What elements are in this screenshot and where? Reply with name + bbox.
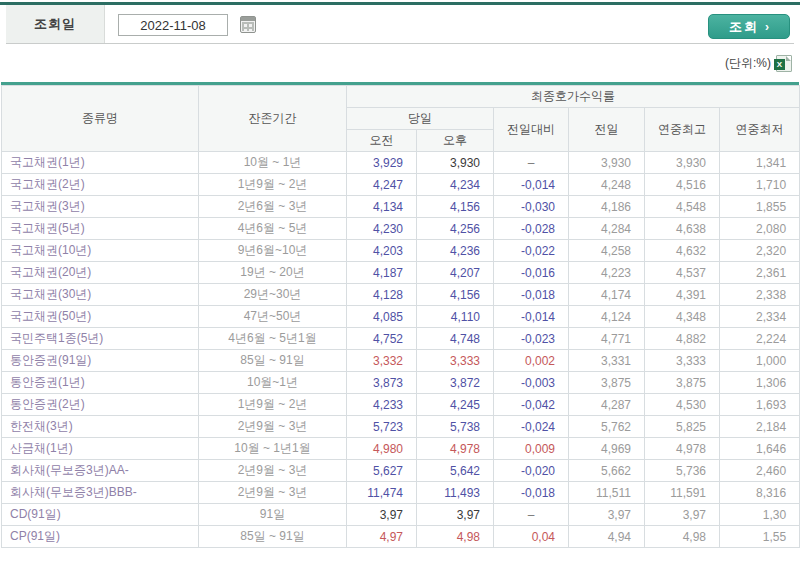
year-high-cell: 4,638 xyxy=(645,218,720,240)
prev-day-cell: 4,174 xyxy=(569,284,645,306)
header-bond-type: 종류명 xyxy=(2,86,199,152)
table-row: 산금채(1년)10월 ~ 1년1월4,9804,9780,0094,9694,9… xyxy=(2,438,800,460)
year-high-cell: 3,930 xyxy=(645,152,720,174)
excel-export-icon[interactable] xyxy=(776,55,792,72)
change-cell: -0,028 xyxy=(494,218,569,240)
yield-table-header: 종류명 잔존기간 최종호가수익률 당일 전일대비 전일 연중최고 연중최저 오전… xyxy=(2,86,800,152)
change-cell: -0,020 xyxy=(494,460,569,482)
header-year-low: 연중최저 xyxy=(720,108,800,152)
prev-day-cell: 4,223 xyxy=(569,262,645,284)
prev-day-cell: 4,284 xyxy=(569,218,645,240)
pm-yield-cell: 5,642 xyxy=(417,460,494,482)
am-yield-cell: 4,203 xyxy=(347,240,417,262)
year-low-cell: 2,460 xyxy=(720,460,800,482)
pm-yield-cell: 4,236 xyxy=(417,240,494,262)
prev-day-cell: 4,124 xyxy=(569,306,645,328)
table-row: 국민주택1종(5년)4년6월 ~ 5년1월4,7524,748-0,0234,7… xyxy=(2,328,800,350)
pm-yield-cell: 4,234 xyxy=(417,174,494,196)
period-cell: 2년9월 ~ 3년 xyxy=(199,460,347,482)
table-row: 국고채권(1년)10월 ~ 1년3,9293,930–3,9303,9301,3… xyxy=(2,152,800,174)
pm-yield-cell: 4,98 xyxy=(417,526,494,548)
bond-name-cell: 국고채권(30년) xyxy=(2,284,199,306)
am-yield-cell: 4,085 xyxy=(347,306,417,328)
am-yield-cell: 4,187 xyxy=(347,262,417,284)
am-yield-cell: 4,752 xyxy=(347,328,417,350)
period-cell: 10월 ~ 1년 xyxy=(199,152,347,174)
table-row: 통안증권(91일)85일 ~ 91일3,3323,3330,0023,3313,… xyxy=(2,350,800,372)
header-remaining-period: 잔존기간 xyxy=(199,86,347,152)
bond-name-cell: 국고채권(50년) xyxy=(2,306,199,328)
year-high-cell: 5,736 xyxy=(645,460,720,482)
pm-yield-cell: 4,978 xyxy=(417,438,494,460)
pm-yield-cell: 4,156 xyxy=(417,196,494,218)
search-condition-bar: 조회일 조회 › xyxy=(6,5,794,44)
bond-name-cell: 통안증권(1년) xyxy=(2,372,199,394)
date-input[interactable] xyxy=(118,14,228,36)
pm-yield-cell: 4,156 xyxy=(417,284,494,306)
am-yield-cell: 4,128 xyxy=(347,284,417,306)
am-yield-cell: 5,723 xyxy=(347,416,417,438)
pm-yield-cell: 11,493 xyxy=(417,482,494,504)
year-high-cell: 5,825 xyxy=(645,416,720,438)
prev-day-cell: 4,771 xyxy=(569,328,645,350)
year-low-cell: 2,334 xyxy=(720,306,800,328)
am-yield-cell: 4,230 xyxy=(347,218,417,240)
pm-yield-cell: 3,97 xyxy=(417,504,494,526)
period-cell: 4년6월 ~ 5년 xyxy=(199,218,347,240)
header-prev-day: 전일 xyxy=(569,108,645,152)
change-cell: – xyxy=(494,504,569,526)
calendar-icon[interactable] xyxy=(240,16,256,33)
pm-yield-cell: 4,110 xyxy=(417,306,494,328)
year-low-cell: 1,000 xyxy=(720,350,800,372)
am-yield-cell: 5,627 xyxy=(347,460,417,482)
period-cell: 10월~1년 xyxy=(199,372,347,394)
year-low-cell: 2,224 xyxy=(720,328,800,350)
year-high-cell: 4,978 xyxy=(645,438,720,460)
year-low-cell: 1,693 xyxy=(720,394,800,416)
prev-day-cell: 3,97 xyxy=(569,504,645,526)
search-button-label: 조회 xyxy=(729,18,759,36)
period-cell: 1년9월 ~ 2년 xyxy=(199,174,347,196)
prev-day-cell: 5,662 xyxy=(569,460,645,482)
pm-yield-cell: 3,872 xyxy=(417,372,494,394)
change-cell: -0,022 xyxy=(494,240,569,262)
pm-yield-cell: 5,738 xyxy=(417,416,494,438)
bond-name-cell: 국고채권(5년) xyxy=(2,218,199,240)
table-row: 국고채권(50년)47년~50년4,0854,110-0,0144,1244,3… xyxy=(2,306,800,328)
year-high-cell: 4,882 xyxy=(645,328,720,350)
pm-yield-cell: 4,748 xyxy=(417,328,494,350)
header-change-vs-prev: 전일대비 xyxy=(494,108,569,152)
period-cell: 10월 ~ 1년1월 xyxy=(199,438,347,460)
table-row: 국고채권(5년)4년6월 ~ 5년4,2304,256-0,0284,2844,… xyxy=(2,218,800,240)
change-cell: -0,018 xyxy=(494,482,569,504)
date-label: 조회일 xyxy=(34,15,76,33)
am-yield-cell: 4,233 xyxy=(347,394,417,416)
table-body: 국고채권(1년)10월 ~ 1년3,9293,930–3,9303,9301,3… xyxy=(2,152,800,548)
bond-name-cell: 통안증권(91일) xyxy=(2,350,199,372)
period-cell: 19년 ~ 20년 xyxy=(199,262,347,284)
change-cell: -0,003 xyxy=(494,372,569,394)
table-row: 통안증권(1년)10월~1년3,8733,872-0,0033,8753,875… xyxy=(2,372,800,394)
unit-note-row: (단위:%) xyxy=(0,44,800,82)
table-row: 한전채(3년)2년9월 ~ 3년5,7235,738-0,0245,7625,8… xyxy=(2,416,800,438)
pm-yield-cell: 4,245 xyxy=(417,394,494,416)
year-low-cell: 2,338 xyxy=(720,284,800,306)
period-cell: 4년6월 ~ 5년1월 xyxy=(199,328,347,350)
pm-yield-cell: 4,256 xyxy=(417,218,494,240)
period-cell: 1년9월 ~ 2년 xyxy=(199,394,347,416)
year-high-cell: 3,333 xyxy=(645,350,720,372)
search-button[interactable]: 조회 › xyxy=(708,14,790,39)
year-low-cell: 2,361 xyxy=(720,262,800,284)
period-cell: 2년9월 ~ 3년 xyxy=(199,482,347,504)
am-yield-cell: 3,97 xyxy=(347,504,417,526)
prev-day-cell: 3,875 xyxy=(569,372,645,394)
prev-day-cell: 4,248 xyxy=(569,174,645,196)
period-cell: 9년6월~10년 xyxy=(199,240,347,262)
year-high-cell: 11,591 xyxy=(645,482,720,504)
am-yield-cell: 3,929 xyxy=(347,152,417,174)
year-low-cell: 2,080 xyxy=(720,218,800,240)
year-low-cell: 8,316 xyxy=(720,482,800,504)
prev-day-cell: 3,331 xyxy=(569,350,645,372)
prev-day-cell: 4,94 xyxy=(569,526,645,548)
change-cell: 0,009 xyxy=(494,438,569,460)
